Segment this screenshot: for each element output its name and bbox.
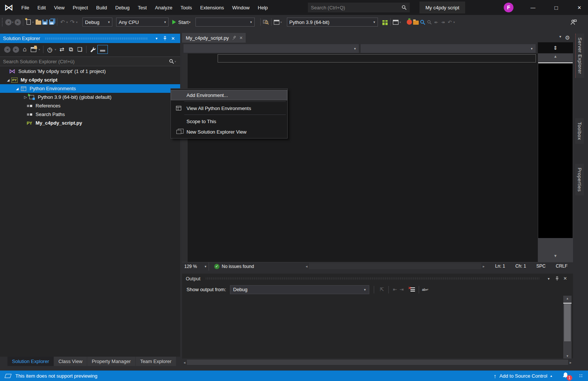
collapse-all-icon[interactable]: ⧉: [67, 46, 74, 53]
layout-overflow-icon[interactable]: ▾: [400, 21, 401, 24]
quick-search-input[interactable]: [311, 5, 401, 10]
tree-row-python-environments[interactable]: ◢ Python Environments: [0, 84, 180, 93]
scroll-right-icon[interactable]: ▸: [483, 264, 485, 268]
window-position-dropdown-icon[interactable]: ▾: [545, 275, 553, 283]
properties-wrench-icon[interactable]: [90, 46, 96, 53]
back-icon[interactable]: ◄: [4, 46, 10, 53]
scroll-down-icon[interactable]: ▼: [538, 254, 573, 258]
menu-file[interactable]: File: [17, 0, 33, 15]
code-editor-canvas[interactable]: [182, 54, 538, 262]
menu-analyze[interactable]: Analyze: [151, 0, 176, 15]
tab-server-explorer[interactable]: Server Explorer: [575, 34, 584, 78]
menu-debug[interactable]: Debug: [111, 0, 134, 15]
next-message-icon[interactable]: ⇥: [398, 286, 405, 293]
pin-icon[interactable]: [161, 34, 169, 42]
debug-target-dropdown[interactable]: ▾: [196, 18, 255, 27]
maximize-button[interactable]: □: [548, 0, 565, 15]
account-avatar[interactable]: F: [504, 3, 513, 12]
tab-solution-explorer[interactable]: Solution Explorer: [7, 357, 54, 366]
find-in-files-icon[interactable]: [419, 19, 426, 25]
types-dropdown[interactable]: ▾: [184, 44, 359, 53]
pin-icon[interactable]: [553, 275, 561, 283]
scroll-down-icon[interactable]: ▾: [563, 354, 572, 358]
switch-views-icon[interactable]: [30, 46, 37, 53]
output-vertical-scrollbar[interactable]: ▴ ▾: [563, 296, 572, 359]
preview-selected-items-toggle[interactable]: [97, 45, 108, 54]
close-icon[interactable]: ✕: [169, 34, 177, 42]
navigate-back-dropdown-icon[interactable]: ▾: [12, 21, 13, 24]
pin-tab-icon[interactable]: [232, 36, 236, 40]
zoom-level-dropdown[interactable]: 129 % ▾: [182, 262, 209, 271]
filter-dropdown-icon[interactable]: ▾: [55, 48, 56, 51]
menu-tools[interactable]: Tools: [176, 0, 196, 15]
prev-method-icon[interactable]: ↞: [433, 19, 440, 25]
solution-explorer-search-box[interactable]: ▾: [0, 57, 180, 66]
python-environment-dropdown[interactable]: Python 3.9 (64-bit)▾: [287, 18, 378, 27]
send-feedback-icon[interactable]: [570, 19, 577, 25]
window-position-dropdown-icon[interactable]: ▾: [152, 34, 161, 42]
menu-build[interactable]: Build: [92, 0, 111, 15]
new-file-icon[interactable]: [25, 19, 32, 25]
menu-edit[interactable]: Edit: [33, 0, 50, 15]
scroll-up-icon[interactable]: ▴: [563, 296, 572, 300]
undo-dropdown-icon[interactable]: ▾: [66, 21, 68, 24]
window-layout-icon[interactable]: [392, 19, 399, 25]
save-all-icon[interactable]: [48, 19, 55, 25]
code-map-icon[interactable]: [406, 19, 413, 25]
menu-item-view-all-python-environments[interactable]: View All Python Environments: [171, 103, 287, 113]
scroll-right-icon[interactable]: ▸: [570, 360, 572, 365]
step-out-icon[interactable]: ↶: [446, 19, 453, 25]
tree-row-solution[interactable]: ⋈ Solution 'My c4pdy script' (1 of 1 pro…: [0, 67, 180, 76]
notifications-button[interactable]: 1: [562, 372, 570, 380]
toolbar-grip[interactable]: [1, 18, 3, 27]
editor-horizontal-scrollbar[interactable]: ◂ ▸: [306, 263, 485, 269]
tree-row-script-file[interactable]: PY My_c4pdy_script.py: [0, 119, 180, 127]
resize-grip[interactable]: [579, 374, 583, 378]
add-to-source-control-button[interactable]: Add to Source Control: [500, 373, 548, 379]
switch-views-dropdown-icon[interactable]: ▾: [39, 48, 40, 51]
editor-options-gear-icon[interactable]: ⚙: [565, 34, 570, 41]
previous-message-icon[interactable]: ⇤: [392, 286, 398, 293]
tab-class-view[interactable]: Class View: [54, 357, 87, 366]
output-horizontal-scrollbar[interactable]: ◂ ▸: [182, 359, 573, 366]
find-message-in-code-icon[interactable]: ⇱: [379, 286, 385, 293]
open-file-icon[interactable]: [35, 19, 42, 25]
redo-icon[interactable]: ↷: [69, 19, 76, 25]
source-control-dropdown-icon[interactable]: ▴: [550, 374, 552, 378]
output-titlebar[interactable]: Output ▾ ✕: [182, 274, 573, 283]
expanded-arrow-icon[interactable]: ◢: [14, 87, 20, 91]
tree-row-project[interactable]: ◢ PY My c4pdy script: [0, 76, 180, 84]
collapsed-arrow-icon[interactable]: ▷: [22, 95, 28, 99]
forward-icon[interactable]: ►: [13, 46, 19, 53]
start-dropdown-icon[interactable]: ▾: [189, 21, 191, 24]
solution-configurations-dropdown[interactable]: Debug▾: [82, 18, 112, 27]
start-debugging-button[interactable]: Start ▾: [172, 19, 191, 25]
tab-properties[interactable]: Properties: [575, 164, 584, 195]
python-packages-icon[interactable]: [382, 19, 388, 25]
solution-explorer-search-input[interactable]: [3, 59, 169, 64]
scrollbar-thumb[interactable]: [564, 304, 571, 341]
tab-toolbox[interactable]: Toolbox: [575, 118, 584, 144]
navigate-back-icon[interactable]: ◄: [5, 19, 12, 25]
new-file-dropdown-icon[interactable]: ▾: [32, 21, 34, 24]
sync-with-active-document-icon[interactable]: ⇄: [58, 46, 65, 53]
document-tab[interactable]: My_c4pdy_script.py ✕: [182, 33, 246, 43]
menu-item-add-environment[interactable]: Add Environment...: [171, 90, 287, 100]
add-item-folder-icon[interactable]: [413, 19, 419, 25]
redo-dropdown-icon[interactable]: ▾: [76, 21, 78, 24]
toolbar-overflow-icon[interactable]: ▾: [281, 21, 282, 24]
tree-row-search-paths[interactable]: Search Paths: [0, 110, 180, 119]
solution-explorer-titlebar[interactable]: Solution Explorer ▾ ✕: [0, 34, 180, 43]
save-icon[interactable]: [42, 19, 48, 25]
close-button[interactable]: ✕: [571, 0, 588, 15]
close-tab-icon[interactable]: ✕: [239, 36, 243, 40]
menu-test[interactable]: Test: [134, 0, 151, 15]
issues-status-text[interactable]: No issues found: [222, 264, 254, 269]
minimize-button[interactable]: —: [524, 0, 542, 15]
solution-platforms-dropdown[interactable]: Any CPU▾: [116, 18, 169, 27]
split-window-handle[interactable]: ⇕: [538, 42, 573, 54]
expanded-arrow-icon[interactable]: ◢: [5, 78, 11, 82]
scroll-left-icon[interactable]: ◂: [306, 264, 307, 268]
more-commands-icon[interactable]: ▾: [454, 21, 455, 24]
pending-changes-filter-icon[interactable]: ◷: [46, 46, 53, 53]
